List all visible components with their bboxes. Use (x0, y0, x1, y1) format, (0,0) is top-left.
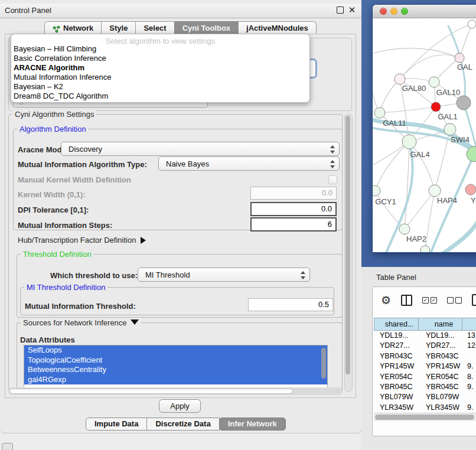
tab-style[interactable]: Style (101, 21, 136, 34)
list-horizontal-scrollbar[interactable] (8, 387, 343, 395)
node-gray[interactable] (457, 96, 471, 110)
node-unnamed-bottom[interactable] (420, 246, 430, 252)
column-header-name[interactable]: name (419, 318, 462, 331)
columns-icon[interactable] (401, 295, 412, 306)
table-row[interactable]: YDR27...YDR27...12 (374, 341, 476, 351)
node-HAP2[interactable] (399, 224, 410, 234)
network-edge[interactable] (380, 107, 436, 113)
node-GAL10[interactable] (429, 77, 439, 87)
sources-legend[interactable]: Sources for Network Inference (21, 318, 141, 327)
algorithm-option-bayesian-k2[interactable]: Bayesian – K2 (12, 82, 308, 92)
node-GCY1[interactable] (373, 185, 380, 196)
table-cell: YBR045C (374, 382, 419, 392)
algorithm-option-bayesian-hill-climbing[interactable]: Bayesian – Hill Climbing (12, 44, 308, 54)
window-close-icon[interactable] (380, 8, 387, 15)
tab-infer-network[interactable]: Infer Network (219, 418, 286, 431)
close-panel-icon[interactable]: ✕ (347, 5, 357, 15)
tab-jactivemnodules[interactable]: jActiveMNodules (238, 21, 317, 34)
mi-type-select[interactable]: Naive Bayes (158, 156, 340, 171)
manual-kernel-checkbox[interactable] (328, 175, 337, 184)
attribute-item-selfloops[interactable]: SelfLoops (24, 345, 327, 356)
node-GAL11[interactable] (374, 107, 385, 118)
table-row[interactable]: YER054CYER054C8. (374, 372, 476, 382)
column-header-clipped[interactable] (462, 318, 476, 331)
column-header-shared[interactable]: shared... (374, 318, 419, 331)
data-attributes-label: Data Attributes (20, 335, 75, 344)
node-GAL1[interactable] (431, 102, 441, 112)
algorithm-option-mutual-information-inference[interactable]: Mutual Information Inference (12, 73, 308, 82)
float-panel-icon[interactable] (335, 5, 345, 15)
collapse-arrow-icon (131, 319, 139, 325)
data-attributes-list[interactable]: SelfLoopsTopologicalCoefficientBetweenne… (24, 345, 328, 388)
network-window-titlebar[interactable] (373, 5, 476, 18)
tab-network[interactable]: Network (44, 21, 102, 34)
table-panel: Table Panel ⚙ ✓✓ shared...name YDL19...Y… (361, 267, 476, 450)
node-GAL4[interactable] (402, 135, 416, 149)
algorithm-option-dream8-dc-tdc-algorithm[interactable]: Dream8 DC_TDC Algorithm (12, 92, 308, 101)
mi-type-value: Naive Bayes (166, 159, 209, 168)
list-vertical-scrollbar[interactable] (321, 348, 326, 379)
tab-cyni-toolbox[interactable]: Cyni Toolbox (174, 21, 239, 34)
network-edge[interactable] (425, 191, 435, 250)
hub-definition-toggle[interactable]: Hub/Transcription Factor Definition (18, 236, 146, 244)
window-zoom-icon[interactable] (401, 8, 408, 15)
tab-impute-data[interactable]: Impute Data (86, 418, 147, 431)
kernel-width-field[interactable]: 0.0 (250, 187, 337, 200)
node-HAP4[interactable] (429, 185, 441, 197)
node-label-y: Y (471, 196, 476, 205)
node-unnamed-top[interactable] (468, 20, 476, 28)
minimized-panel-icon[interactable] (2, 443, 13, 450)
table-row[interactable]: YBR043CYBR043C (374, 351, 476, 361)
which-threshold-select[interactable]: MI Threshold (138, 268, 310, 282)
network-edge-highlighted[interactable] (442, 217, 476, 252)
network-edge[interactable] (400, 55, 459, 79)
dpi-tolerance-field[interactable]: 0.0 (250, 202, 337, 216)
tab-discretize-data[interactable]: Discretize Data (146, 418, 219, 431)
tab-select[interactable]: Select (135, 21, 174, 34)
table-cell: YDR27... (419, 341, 462, 351)
table-cell (462, 351, 476, 361)
new-column-icon[interactable] (472, 294, 476, 306)
network-edge[interactable] (373, 48, 459, 58)
attribute-item-betweennesscentrality[interactable]: BetweennessCentrality (24, 365, 327, 375)
control-panel-title: Control Panel (5, 6, 51, 15)
window-minimize-icon[interactable] (390, 8, 397, 15)
hub-definition-label: Hub/Transcription Factor Definition (18, 236, 136, 244)
deselect-all-checkboxes-icon[interactable] (447, 297, 462, 304)
table-row[interactable]: YBL079WYBL079W (374, 392, 476, 402)
table-horizontal-scrollbar[interactable] (374, 413, 476, 421)
network-canvas[interactable]: GALGAL80GAL10GAL1GAL11SWI4GAL4GCY1HAP4YH… (373, 18, 476, 252)
mi-threshold-legend: MI Threshold Definition (24, 283, 107, 292)
tab-label: Cyni Toolbox (182, 22, 230, 34)
node-SWI4[interactable] (444, 123, 456, 135)
mi-steps-field[interactable]: 6 (250, 217, 337, 231)
gear-icon[interactable]: ⚙ (381, 294, 391, 307)
kernel-width-label: Kernel Width (0,1): (18, 190, 86, 199)
aracne-mode-select[interactable]: Discovery (61, 142, 340, 156)
algorithm-option-basic-correlation-inference[interactable]: Basic Correlation Inference (12, 54, 308, 63)
network-edge[interactable] (459, 24, 472, 58)
table-cell: YER054C (419, 372, 462, 382)
table-row[interactable]: YPR145WYPR145W9. (374, 361, 476, 371)
node-gal-pink[interactable] (455, 53, 464, 63)
mi-threshold-field[interactable]: 0.5 (248, 298, 333, 311)
apply-button[interactable]: Apply (159, 399, 201, 413)
settings-vertical-scrollbar[interactable] (344, 114, 353, 392)
network-icon (53, 24, 60, 32)
node-label-gal11: GAL11 (383, 119, 406, 128)
network-edge[interactable] (405, 142, 409, 229)
table-row[interactable]: YLR345WYLR345W9. (374, 403, 476, 411)
attribute-item-gal4rgexp[interactable]: gal4RGexp (24, 375, 327, 385)
network-edge[interactable] (380, 79, 400, 113)
network-view-window[interactable]: GALGAL80GAL10GAL1GAL11SWI4GAL4GCY1HAP4YH… (373, 5, 476, 252)
table-row[interactable]: YDL19...YDL19...13 (374, 331, 476, 341)
algorithm-option-aracne-algorithm[interactable]: ARACNE Algorithm (12, 63, 308, 73)
attribute-item-topologicalcoefficient[interactable]: TopologicalCoefficient (24, 356, 327, 366)
select-all-checkboxes-icon[interactable]: ✓✓ (422, 297, 437, 304)
node-GAL80[interactable] (395, 74, 405, 84)
node-salmon[interactable] (465, 184, 476, 195)
control-panel-titlebar: Control Panel ✕ (0, 4, 361, 18)
table-row[interactable]: YBR045CYBR045C9. (374, 382, 476, 392)
aracne-mode-value: Discovery (69, 145, 102, 154)
network-edge[interactable] (375, 142, 409, 191)
